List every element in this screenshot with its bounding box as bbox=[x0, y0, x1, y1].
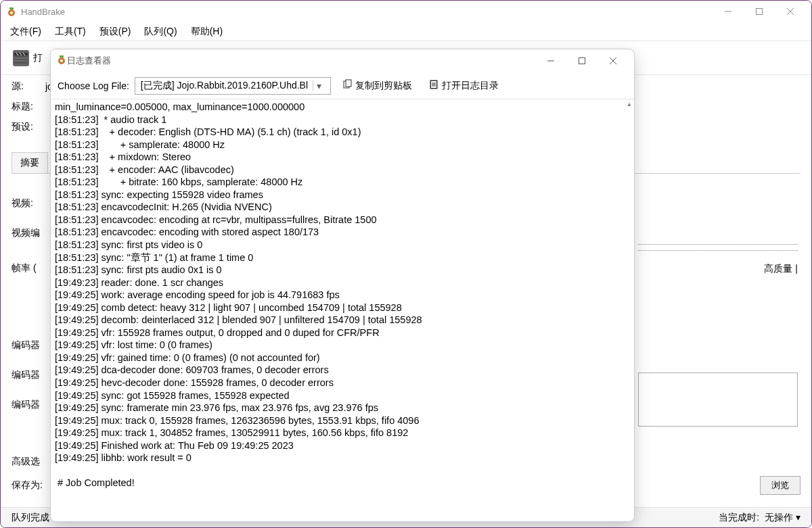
log-window-controls bbox=[535, 50, 629, 72]
svg-point-16 bbox=[60, 59, 63, 62]
tab-summary[interactable]: 摘要 bbox=[12, 152, 48, 173]
svg-rect-1 bbox=[9, 7, 14, 9]
open-log-directory-button[interactable]: 打开日志目录 bbox=[423, 76, 504, 95]
encoder-profile-label: 编码器 bbox=[12, 395, 40, 415]
when-done-label: 当完成时: bbox=[719, 512, 759, 524]
window-controls bbox=[713, 1, 806, 22]
log-viewer-dialog: 日志查看器 Choose Log File: [已完成] Jojo.Rabbit… bbox=[50, 49, 635, 522]
svg-rect-22 bbox=[346, 80, 351, 87]
log-file-select[interactable]: [已完成] Jojo.Rabbit.2019.2160P.Uhd.Bl ▾ bbox=[135, 77, 331, 95]
maximize-button[interactable] bbox=[744, 1, 775, 22]
advanced-label: 高级选 bbox=[12, 452, 40, 472]
menu-queue[interactable]: 队列(Q) bbox=[137, 23, 183, 41]
handbrake-icon bbox=[56, 54, 67, 68]
toolbar-open-label: 打 bbox=[33, 52, 43, 64]
preset-label: 预设: bbox=[12, 121, 45, 133]
svg-rect-18 bbox=[579, 58, 585, 64]
app-title: HandBrake bbox=[21, 7, 713, 17]
log-toolbar: Choose Log File: [已完成] Jojo.Rabbit.2019.… bbox=[51, 72, 634, 99]
handbrake-icon bbox=[6, 6, 17, 17]
encoder-tune-label: 编码器 bbox=[12, 365, 40, 385]
quality-label: 高质量 | bbox=[764, 263, 798, 275]
log-maximize-button[interactable] bbox=[566, 50, 597, 72]
log-scrollbar[interactable]: ▲ bbox=[625, 99, 634, 521]
log-title-bar: 日志查看器 bbox=[51, 49, 634, 72]
choose-log-label: Choose Log File: bbox=[58, 80, 129, 91]
open-dir-label: 打开日志目录 bbox=[442, 80, 499, 92]
menu-help[interactable]: 帮助(H) bbox=[184, 23, 229, 41]
side-labels: 视频: 视频编 帧率 ( 编码器 编码器 编码器 高级选 bbox=[12, 193, 40, 472]
document-icon bbox=[428, 79, 439, 92]
chevron-down-icon: ▾ bbox=[313, 80, 325, 91]
log-content[interactable]: min_luminance=0.005000, max_luminance=10… bbox=[51, 99, 634, 521]
title-bar: HandBrake bbox=[1, 1, 811, 22]
copy-label: 复制到剪贴板 bbox=[355, 80, 412, 92]
menu-presets[interactable]: 预设(P) bbox=[93, 23, 138, 41]
title-label: 标题: bbox=[12, 101, 45, 113]
menu-tools[interactable]: 工具(T) bbox=[48, 23, 93, 41]
encoder-preset-label: 编码器 bbox=[12, 335, 40, 356]
log-title: 日志查看器 bbox=[67, 55, 111, 67]
svg-rect-4 bbox=[757, 9, 763, 15]
browse-button[interactable]: 浏览 bbox=[760, 476, 800, 495]
toolbar-open[interactable]: 打 bbox=[6, 46, 49, 70]
save-as-label: 保存为: bbox=[12, 479, 43, 491]
slider-track bbox=[638, 244, 798, 251]
status-text: 队列完成 bbox=[12, 512, 49, 524]
close-button[interactable] bbox=[775, 1, 806, 22]
log-close-button[interactable] bbox=[597, 50, 629, 72]
when-done-value[interactable]: 无操作 ▾ bbox=[765, 512, 800, 524]
svg-rect-7 bbox=[14, 55, 28, 64]
svg-point-2 bbox=[10, 11, 13, 14]
copy-icon bbox=[342, 79, 353, 92]
copy-to-clipboard-button[interactable]: 复制到剪贴板 bbox=[336, 76, 418, 95]
framerate-label: 帧率 ( bbox=[12, 258, 40, 279]
clapperboard-icon bbox=[13, 50, 29, 66]
log-file-selected: [已完成] Jojo.Rabbit.2019.2160P.Uhd.Bl bbox=[141, 80, 310, 92]
log-minimize-button[interactable] bbox=[535, 50, 566, 72]
svg-rect-15 bbox=[60, 55, 64, 57]
scroll-up-arrow-icon[interactable]: ▲ bbox=[625, 99, 634, 109]
video-label: 视频: bbox=[12, 193, 40, 214]
menu-file[interactable]: 文件(F) bbox=[3, 23, 48, 41]
menu-bar: 文件(F) 工具(T) 预设(P) 队列(Q) 帮助(H) bbox=[1, 22, 811, 41]
source-label: 源: bbox=[12, 80, 45, 93]
minimize-button[interactable] bbox=[713, 1, 744, 22]
advanced-textbox[interactable] bbox=[638, 373, 798, 427]
video-encoder-label: 视频编 bbox=[12, 223, 40, 243]
